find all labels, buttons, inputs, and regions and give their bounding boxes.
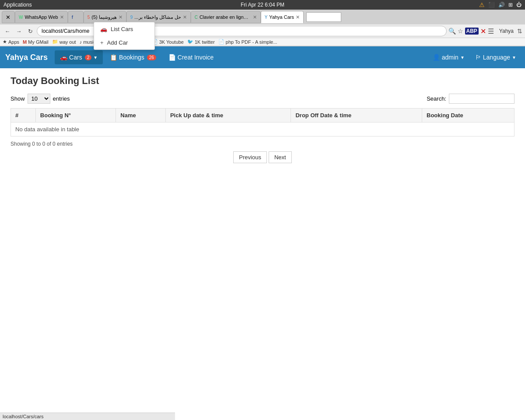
col-booking-date: Booking Date xyxy=(422,108,514,122)
tab-close-clavier[interactable]: ✕ xyxy=(253,14,257,20)
bookings-badge: 26 xyxy=(147,55,156,60)
entries-label: entries xyxy=(53,95,70,102)
language-dropdown-icon: ▼ xyxy=(512,55,516,60)
browser-menu-button[interactable]: ☰ xyxy=(488,27,494,35)
search-label: Search: xyxy=(427,95,446,102)
new-tab-button[interactable] xyxy=(304,12,344,22)
tab-close-hiroshima[interactable]: ✕ xyxy=(119,14,122,20)
bookmark-wayout-label: way out xyxy=(60,39,76,45)
tab-favicon-whatsapp: W xyxy=(19,15,23,20)
folder-icon: 📁 xyxy=(52,39,58,45)
doc-icon2: 📄 xyxy=(218,39,224,45)
tab-new-input[interactable] xyxy=(306,12,341,22)
bookmark-twitter-label: 1K twitter xyxy=(195,39,215,45)
os-warning-icon: ⚠ xyxy=(479,1,485,8)
language-menu[interactable]: 🏳 Language ▼ xyxy=(472,52,520,63)
search-box: Search: xyxy=(427,94,514,104)
pagination-info: Showing 0 to 0 of 0 entries xyxy=(10,141,514,147)
os-sys-icon3: ⊞ xyxy=(508,2,513,8)
apps-icon: ★ xyxy=(3,39,7,45)
bookings-icon: 📋 xyxy=(110,54,117,61)
browser-close-tab[interactable]: ✕ xyxy=(2,11,15,23)
table-controls: Show 10 25 50 100 entries Search: xyxy=(10,94,514,104)
tab-close-whatsapp[interactable]: ✕ xyxy=(60,14,64,20)
dropdown-add-car-label: Add Car xyxy=(107,39,128,46)
show-entries-control: Show 10 25 50 100 entries xyxy=(10,94,70,104)
nav-item-bookings[interactable]: 📋 Bookings 26 xyxy=(105,50,161,64)
tab-facebook[interactable]: f xyxy=(68,11,84,23)
add-car-icon: + xyxy=(100,39,104,46)
col-dropoff: Drop Off Date & time xyxy=(291,108,422,122)
os-time: Fri Apr 22 6:04 PM xyxy=(241,2,284,8)
back-button[interactable]: ← xyxy=(3,26,12,36)
nav-right: 👤 admin ▼ 🏳 Language ▼ xyxy=(429,52,520,63)
search-input[interactable] xyxy=(449,94,514,104)
bookmark-apps-label: Apps xyxy=(8,39,19,45)
tab-favicon-arabic: 9 xyxy=(130,15,133,20)
app-navbar: Yahya Cars 🚗 Cars 2 ▼ 📋 Bookings 26 📄 Cr… xyxy=(0,46,525,68)
no-data-row: No data available in table xyxy=(11,122,514,136)
table-header-row: # Booking N° Name Pick Up date & time Dr… xyxy=(11,108,514,122)
tab-whatsapp[interactable]: W WhatsApp Web ✕ xyxy=(15,11,68,23)
bookmark-twitter[interactable]: 🐦 1K twitter xyxy=(187,39,215,45)
nav-cars-label: Cars xyxy=(69,54,82,61)
os-sys-icon2: 🔊 xyxy=(498,2,505,8)
close-icon[interactable]: ✕ xyxy=(480,27,486,35)
tab-favicon-hiroshima: 5 xyxy=(88,15,90,20)
show-label: Show xyxy=(10,95,25,102)
page-title: Today Booking List xyxy=(10,75,514,87)
forward-button[interactable]: → xyxy=(14,26,24,36)
tab-hiroshima[interactable]: 5 هيروشيما (5) ✕ xyxy=(84,11,126,23)
tab-label-whatsapp: WhatsApp Web xyxy=(24,14,58,20)
page-content: Today Booking List Show 10 25 50 100 ent… xyxy=(0,68,525,170)
bookmark-wayout[interactable]: 📁 way out xyxy=(52,39,76,45)
bookmark-apps[interactable]: ★ Apps xyxy=(3,39,19,45)
nav-item-cars[interactable]: 🚗 Cars 2 ▼ xyxy=(55,50,103,64)
tab-label-clavier: Clavier arabe en ligne LE× xyxy=(200,14,251,20)
tab-favicon-yahyacars: Y xyxy=(265,15,268,20)
cars-badge: 2 xyxy=(85,55,92,60)
next-button[interactable]: Next xyxy=(269,151,292,163)
tab-clavier[interactable]: C Clavier arabe en ligne LE× ✕ xyxy=(191,11,261,23)
bookmark-gmail[interactable]: M My GMail xyxy=(23,39,49,45)
no-data-message: No data available in table xyxy=(11,122,514,136)
bookmark-gmail-label: My GMail xyxy=(28,39,48,45)
bookmark-star-icon[interactable]: ☆ xyxy=(458,28,463,35)
tab-yahyacars[interactable]: Y Yahya Cars ✕ xyxy=(261,11,304,23)
col-hash: # xyxy=(11,108,36,122)
tab-arabic[interactable]: 9 حل مشاكل واخطاء بر... ✕ xyxy=(126,11,191,23)
admin-menu[interactable]: 👤 admin ▼ xyxy=(429,52,468,63)
music-icon: ♪ xyxy=(80,39,82,45)
tab-label-yahyacars: Yahya Cars xyxy=(269,14,294,20)
nav-bookings-label: Bookings xyxy=(119,54,144,61)
address-bar-row: ← → ↻ localhost/Cars/home 🔍 ☆ ABP ✕ ☰ Ya… xyxy=(0,24,525,38)
bookmark-php-pdf[interactable]: 📄 php To PDF - A simple... xyxy=(218,39,277,45)
show-entries-select[interactable]: 10 25 50 100 xyxy=(28,94,50,104)
previous-button[interactable]: Previous xyxy=(233,151,267,163)
admin-label: admin xyxy=(442,54,458,61)
tab-close-arabic[interactable]: ✕ xyxy=(183,14,187,20)
cars-dropdown-menu: 🚗 List Cars + Add Car xyxy=(94,22,155,50)
cars-dropdown-icon: ▼ xyxy=(93,55,98,60)
col-name: Name xyxy=(116,108,166,122)
tab-close-yahyacars[interactable]: ✕ xyxy=(296,14,300,20)
admin-dropdown-icon: ▼ xyxy=(460,55,465,60)
tab-favicon-clavier: C xyxy=(195,15,198,20)
pagination: Previous Next xyxy=(10,151,514,163)
bookmark-3kyoutube[interactable]: 📄 3K Youtube xyxy=(152,39,184,45)
admin-icon: 👤 xyxy=(433,54,440,61)
browser-chrome: ✕ W WhatsApp Web ✕ f 5 هيروشيما (5) ✕ 9 … xyxy=(0,10,525,46)
dropdown-add-car[interactable]: + Add Car xyxy=(94,36,154,49)
col-booking-no: Booking N° xyxy=(35,108,116,122)
sync-icon[interactable]: ⇅ xyxy=(517,28,522,35)
cars-icon: 🚗 xyxy=(60,54,67,61)
app-brand[interactable]: Yahya Cars xyxy=(5,53,48,62)
os-sys-icon4: ⏻ xyxy=(516,2,522,8)
col-pickup: Pick Up date & time xyxy=(165,108,291,122)
nav-item-invoice[interactable]: 📄 Creat Invoice xyxy=(163,50,219,64)
os-app-name: Applications xyxy=(4,2,32,8)
refresh-button[interactable]: ↻ xyxy=(25,26,35,36)
search-icon[interactable]: 🔍 xyxy=(448,28,456,35)
dropdown-list-cars[interactable]: 🚗 List Cars xyxy=(94,22,154,36)
adblocker-icon[interactable]: ABP xyxy=(465,28,479,35)
